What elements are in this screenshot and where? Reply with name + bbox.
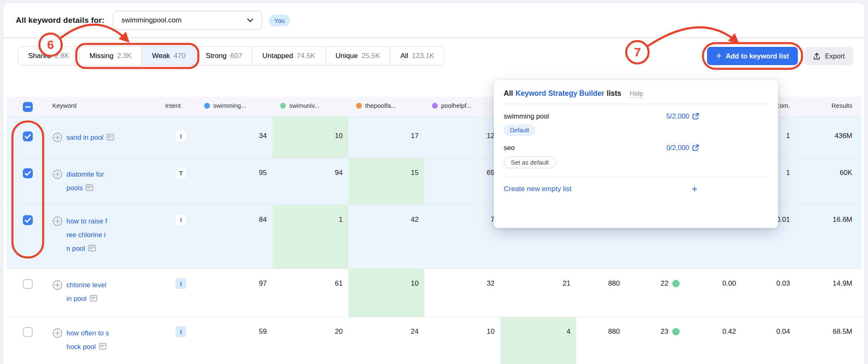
- column-header-results: Results: [796, 97, 858, 116]
- position-cell: 59: [197, 317, 273, 364]
- keyword-link[interactable]: diatomite forpools: [66, 167, 119, 195]
- intent-cell: I: [165, 317, 197, 364]
- tab-missing[interactable]: Missing2.3K: [79, 47, 142, 65]
- page-title: All keyword details for:: [16, 16, 105, 25]
- popup-title: All Keyword Strategy Builder lists Help: [504, 89, 768, 98]
- popup-lists: swimming pool5/2,000Defaultseo0/2,000Set…: [504, 112, 768, 168]
- cpc-cell: 0.42: [688, 317, 742, 364]
- tab-label: Untapped: [262, 52, 293, 60]
- keyword-overlap-tabs: Shared2.8KMissing2.3KWeak470Strong607Unt…: [18, 46, 445, 66]
- keyword-strategy-builder-link[interactable]: Keyword Strategy Builder: [515, 89, 604, 98]
- domain-label: thepoolfa...: [365, 102, 396, 109]
- tab-weak[interactable]: Weak470: [141, 47, 195, 65]
- kd-cell: 23: [626, 317, 688, 364]
- position-cell: 97: [197, 269, 273, 317]
- tab-unique[interactable]: Unique25.5K: [325, 47, 390, 65]
- add-to-keyword-list-button[interactable]: + Add to keyword list: [707, 47, 798, 65]
- help-link[interactable]: Help: [629, 90, 643, 98]
- column-header-domain-4: poolhelpf...: [424, 97, 500, 116]
- row-checkbox[interactable]: [23, 327, 33, 337]
- domain-select-dropdown[interactable]: swimmingpool.com: [113, 11, 262, 30]
- position-cell: 15: [349, 158, 424, 205]
- keyword-list-item: swimming pool5/2,000Default: [504, 112, 768, 136]
- keyword-link[interactable]: how to raise free chlorine in pool: [66, 214, 119, 255]
- kd-cell: 22: [626, 269, 688, 317]
- set-as-default-button[interactable]: Set as default: [504, 156, 556, 168]
- add-keyword-icon[interactable]: [52, 131, 63, 144]
- row-filler: [858, 205, 861, 269]
- row-select-cell: [7, 158, 52, 205]
- row-select-cell: [7, 317, 52, 364]
- position-cell: 69: [424, 158, 500, 205]
- list-usage-link[interactable]: 5/2,000: [666, 112, 699, 120]
- popup-title-prefix: All: [504, 89, 513, 98]
- popup-title-suffix: lists: [607, 89, 621, 98]
- add-to-keyword-list-label: Add to keyword list: [726, 52, 789, 60]
- popup-divider-2: [504, 177, 768, 177]
- tab-label: Strong: [206, 52, 227, 60]
- keyword-link[interactable]: chlorine levelin pool: [66, 278, 119, 306]
- list-name: seo: [504, 144, 666, 152]
- keyword-cell: sand in pool: [52, 116, 165, 158]
- export-icon: [813, 52, 821, 60]
- create-new-list-link[interactable]: Create new empty list: [504, 185, 692, 193]
- position-cell: 94: [273, 158, 349, 205]
- row-checkbox[interactable]: [23, 279, 33, 289]
- list-item-row: seo0/2,000: [504, 144, 768, 152]
- select-all-checkbox[interactable]: [23, 102, 33, 112]
- chevron-down-icon: [247, 18, 254, 22]
- intent-badge-transactional: T: [176, 167, 186, 178]
- row-checkbox[interactable]: [23, 215, 33, 225]
- tab-count: 25.5K: [361, 52, 380, 60]
- domain-color-dot: [432, 103, 438, 109]
- position-cell: 1: [273, 205, 349, 269]
- tab-count: 123.1K: [412, 52, 434, 60]
- add-keyword-icon[interactable]: [52, 214, 63, 228]
- keyword-link[interactable]: sand in pool: [66, 131, 119, 144]
- keyword-link[interactable]: how often to shock pool: [66, 326, 119, 354]
- competition-cell: 0.04: [742, 317, 796, 364]
- results-cell: 60K: [796, 158, 858, 205]
- domain-color-dot: [204, 103, 210, 109]
- competition-cell: 0.03: [742, 269, 796, 317]
- keyword-list-popup: All Keyword Strategy Builder lists Help …: [494, 80, 778, 228]
- position-cell: 61: [273, 269, 349, 317]
- domain-label: swimming...: [213, 102, 246, 109]
- tab-strong[interactable]: Strong607: [195, 47, 252, 65]
- add-keyword-icon[interactable]: [52, 326, 63, 340]
- tab-label: Unique: [336, 52, 358, 60]
- popup-divider: [504, 104, 768, 104]
- position-cell: 7: [424, 205, 500, 269]
- row-filler: [858, 269, 861, 317]
- toolbar: Shared2.8KMissing2.3KWeak470Strong607Unt…: [18, 46, 853, 66]
- position-cell: 4: [500, 317, 576, 364]
- kd-difficulty-dot: [672, 280, 680, 287]
- export-button[interactable]: Export: [805, 47, 853, 65]
- row-checkbox[interactable]: [23, 131, 33, 141]
- add-keyword-icon[interactable]: [52, 167, 63, 181]
- tab-count: 2.8K: [55, 52, 69, 60]
- list-usage-link[interactable]: 0/2,000: [666, 144, 699, 152]
- create-list-plus-icon[interactable]: +: [692, 184, 697, 194]
- position-cell: 95: [197, 158, 273, 205]
- tab-all[interactable]: All123.1K: [390, 47, 444, 65]
- domain-label: poolhelpf...: [441, 102, 471, 109]
- table-row: chlorine levelin poolI9761103221880220.0…: [7, 269, 861, 317]
- position-cell: 12: [424, 116, 500, 158]
- position-cell: 24: [349, 317, 424, 364]
- tab-label: All: [400, 52, 408, 60]
- tab-shared[interactable]: Shared2.8K: [18, 47, 79, 65]
- intent-badge-informational: I: [176, 278, 186, 289]
- tab-untapped[interactable]: Untapped74.5K: [252, 47, 325, 65]
- results-cell: 16.6M: [796, 205, 858, 269]
- results-cell: 14.9M: [796, 269, 858, 317]
- position-cell: 21: [500, 269, 576, 317]
- list-usage-value: 0/2,000: [666, 144, 689, 152]
- kd-difficulty-dot: [672, 328, 680, 335]
- keyword-cell: how often to shock pool: [52, 317, 165, 364]
- row-checkbox[interactable]: [23, 168, 33, 178]
- position-cell: 84: [197, 205, 273, 269]
- intent-cell: I: [165, 116, 197, 158]
- add-keyword-icon[interactable]: [52, 278, 63, 292]
- position-cell: 20: [273, 317, 349, 364]
